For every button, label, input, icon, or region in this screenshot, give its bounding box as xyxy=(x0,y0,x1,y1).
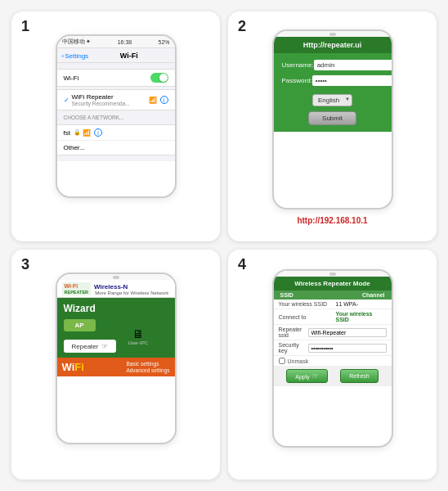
settings-links: Basic settings Advanced settings xyxy=(126,361,169,373)
row3-label: Repeater ssid xyxy=(279,327,308,338)
repeater-row-2: Connect to Your wireless SSID xyxy=(274,309,392,325)
cell-4: 4 Wireless Repeater Mode SSID Channel Yo… xyxy=(228,250,437,480)
cell-3: 3 Wi·Fi REPEATER Wireless-N More Range f… xyxy=(11,250,220,480)
row2-label: Connect to xyxy=(279,314,336,320)
repeater-mode-header: Wireless Repeater Mode xyxy=(274,277,392,291)
username-row: Username: xyxy=(282,60,383,70)
security-key-input[interactable] xyxy=(308,344,387,353)
wifi-toggle-knob xyxy=(159,74,168,82)
login-body: Username: Password: English ▼ xyxy=(274,53,392,132)
username-label: Username: xyxy=(282,61,314,69)
nav-title: Wi-Fi xyxy=(88,52,169,60)
submit-button[interactable]: Submit xyxy=(308,111,356,125)
bottom-url: http://192.168.10.1 xyxy=(297,216,367,225)
password-label: Password: xyxy=(282,77,312,84)
row4-label: Security key xyxy=(279,342,308,354)
unmask-checkbox[interactable] xyxy=(279,358,285,364)
connected-network-name: WiFi Repeater Security Recommenda... xyxy=(72,93,149,106)
cell-number-2: 2 xyxy=(238,18,246,35)
wifi-toggle-section: Wi-Fi xyxy=(57,69,175,87)
monitor-icon: 🖥 xyxy=(132,327,144,340)
repeater-row-3: Repeater ssid xyxy=(274,325,392,340)
more-range-label: More Range for Wireless Network xyxy=(94,291,169,295)
unmask-label: Unmask xyxy=(288,358,309,364)
camera-3 xyxy=(113,276,119,279)
wizard-top-bar: Wi·Fi REPEATER Wireless-N More Range for… xyxy=(57,280,175,298)
cell-number-3: 3 xyxy=(21,256,29,273)
username-input[interactable] xyxy=(314,60,393,70)
hand-icon: ☞ xyxy=(311,372,319,381)
wizard-body: Wizard AP Repeater ☞ 🖥 User-IPC xyxy=(57,298,175,358)
info-icon-connected[interactable]: i xyxy=(160,96,168,104)
language-row: English ▼ xyxy=(282,91,383,106)
repeater-ssid-input[interactable] xyxy=(308,328,387,337)
wizard-buttons: AP Repeater ☞ xyxy=(64,319,117,353)
phone-2: Http://repeater.ui Username: Password: E… xyxy=(272,29,393,209)
battery: 52% xyxy=(158,39,169,45)
networks-section: fst 🔒 📶 i Other... xyxy=(57,124,175,155)
wifi-icon-fst: 📶 xyxy=(83,129,91,137)
basic-settings-link[interactable]: Basic settings xyxy=(126,361,169,367)
cell-number-4: 4 xyxy=(238,256,246,273)
camera xyxy=(329,33,336,36)
check-icon: ✓ xyxy=(64,97,69,104)
phone-1: 中国移动 ✦ 16:38 52% ‹ Settings Wi-Fi Wi-Fi xyxy=(56,34,177,198)
phone-top-notch-3 xyxy=(57,274,175,280)
cell-2: 2 Http://repeater.ui Username: Password: xyxy=(228,11,437,241)
wifi-toggle[interactable] xyxy=(150,73,168,83)
submit-row: Submit xyxy=(282,111,383,125)
password-row: Password: xyxy=(282,75,383,86)
info-icon-fst[interactable]: i xyxy=(94,128,102,137)
wireless-n-label: Wireless-N xyxy=(94,283,169,291)
phone-4: Wireless Repeater Mode SSID Channel Your… xyxy=(272,269,393,448)
network-other[interactable]: Other... xyxy=(57,141,175,155)
wizard-buttons-row: AP Repeater ☞ 🖥 User-IPC xyxy=(64,319,168,353)
connected-row: ✓ WiFi Repeater Security Recommenda... 📶… xyxy=(57,90,175,110)
repeater-label: Repeater xyxy=(72,343,99,350)
network-name-fst: fst xyxy=(64,129,70,137)
cell-number-1: 1 xyxy=(21,18,29,35)
network-fst[interactable]: fst 🔒 📶 i xyxy=(57,125,175,141)
phone-3: Wi·Fi REPEATER Wireless-N More Range for… xyxy=(56,273,177,444)
camera-4 xyxy=(329,273,336,276)
choose-network-label: CHOOSE A NETWORK... xyxy=(57,113,175,122)
back-button[interactable]: ‹ Settings xyxy=(62,52,89,60)
language-select[interactable]: English xyxy=(312,94,352,106)
wifi-signal-icon: 📶 xyxy=(149,97,157,104)
carrier: 中国移动 ✦ xyxy=(62,38,92,46)
network-name-other: Other... xyxy=(64,144,85,151)
row1-label: Your wireless SSID xyxy=(279,301,336,307)
col-channel: Channel xyxy=(362,292,385,298)
status-bar-1: 中国移动 ✦ 16:38 52% xyxy=(57,36,175,48)
repeater-row-1: Your wireless SSID 11 WPA- xyxy=(274,300,392,309)
wifi-nav: ‹ Settings Wi-Fi xyxy=(57,48,175,63)
repeater-button[interactable]: Repeater ☞ xyxy=(64,340,117,353)
advanced-settings-link[interactable]: Advanced settings xyxy=(126,367,169,373)
ap-button[interactable]: AP xyxy=(64,319,96,331)
wifi-logo: Wi·Fi REPEATER xyxy=(62,282,92,295)
hand-cursor-3: ☞ xyxy=(101,342,108,350)
phone-top-notch-4 xyxy=(274,271,392,277)
refresh-button[interactable]: Refresh xyxy=(340,369,379,383)
repeater-footer: Apply ☞ Refresh xyxy=(274,366,392,386)
wizard-bottom: WiFi Basic settings Advanced settings xyxy=(57,358,175,376)
time: 16:38 xyxy=(118,39,132,45)
cell-1: 1 中国移动 ✦ 16:38 52% ‹ Settings Wi-Fi Wi-F… xyxy=(11,11,220,241)
col-ssid: SSID xyxy=(280,292,293,298)
row2-value: Your wireless SSID xyxy=(336,311,387,322)
wizard-title: Wizard xyxy=(64,303,168,314)
phone-top-notch-2 xyxy=(274,31,392,37)
apply-button[interactable]: Apply ☞ xyxy=(286,369,327,383)
login-url-bar: Http://repeater.ui xyxy=(274,37,392,53)
connected-section: ✓ WiFi Repeater Security Recommenda... 📶… xyxy=(57,89,175,110)
password-input[interactable] xyxy=(312,75,393,86)
wifi-body: Wi-Fi ✓ WiFi Repeater Security Recommend… xyxy=(57,63,175,161)
main-grid: 1 中国移动 ✦ 16:38 52% ‹ Settings Wi-Fi Wi-F… xyxy=(0,0,448,491)
unmask-row: Unmask xyxy=(274,356,392,366)
user-ipc-label: User-IPC xyxy=(128,340,148,345)
wifi-big-logo: WiFi xyxy=(62,361,84,373)
wifi-label: Wi-Fi xyxy=(64,74,79,82)
repeater-row-4: Security key xyxy=(274,340,392,356)
lock-icon: 🔒 xyxy=(74,129,81,136)
user-ipc-block: 🖥 User-IPC xyxy=(128,327,148,345)
